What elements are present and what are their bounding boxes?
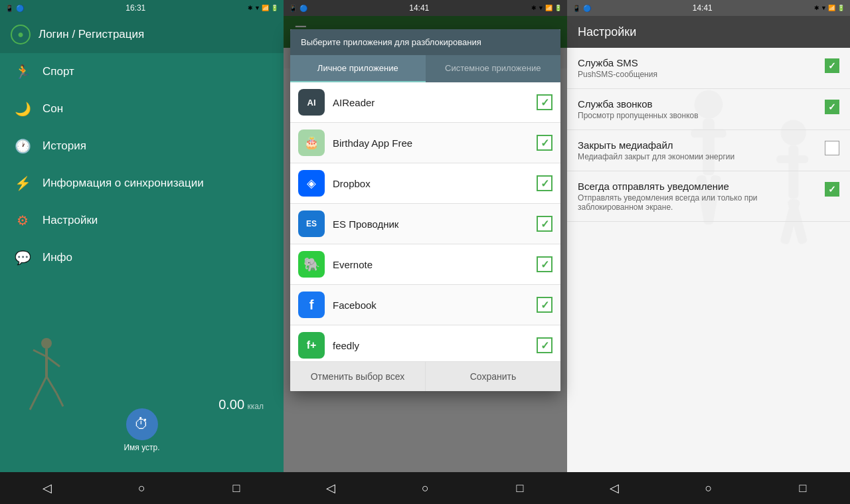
- es-checkbox[interactable]: ✓: [537, 216, 552, 232]
- sync-icon: ⚡: [13, 174, 32, 193]
- info-icon: 💬: [13, 248, 32, 267]
- son-icon: 🌙: [13, 100, 32, 118]
- dropbox-checkbox[interactable]: ✓: [537, 175, 552, 191]
- recent-button-left[interactable]: □: [224, 476, 248, 500]
- sidebar-item-sport[interactable]: 🏃 Спорт: [0, 53, 284, 90]
- facebook-checkbox[interactable]: ✓: [537, 297, 552, 313]
- media-checkbox[interactable]: [825, 141, 839, 155]
- status-icons-middle: ✱ ▼ 📶 🔋: [531, 5, 562, 11]
- status-bar-right: 📱 🔵 14:41 ✱ ▼ 📶 🔋: [567, 0, 850, 16]
- left-header: ● Логин / Регистрация: [0, 16, 284, 53]
- device-section: ⏱ Имя устр.: [124, 408, 159, 452]
- save-button[interactable]: Сохранить: [426, 362, 560, 391]
- setting-media-title: Закрыть медиафайл: [578, 139, 817, 151]
- list-item[interactable]: AI AIReader ✓: [290, 82, 560, 123]
- right-panel: Настройки: [567, 16, 850, 472]
- list-item[interactable]: f+ feedly ✓: [290, 325, 560, 361]
- recent-button-middle[interactable]: □: [508, 476, 532, 500]
- back-button-middle[interactable]: ◁: [319, 476, 343, 500]
- app-name-alreader: AIReader: [333, 97, 537, 108]
- feedly-checkbox[interactable]: ✓: [537, 337, 552, 353]
- status-icons-left: ✱ ▼ 📶 🔋: [248, 5, 278, 11]
- svg-line-4: [37, 377, 46, 396]
- tab-personal[interactable]: Личное приложение: [290, 55, 426, 82]
- dialog-overlay: Выберите приложения для разблокирования …: [284, 16, 567, 472]
- sidebar-label-sync: Информация о синхронизации: [42, 177, 204, 190]
- calls-checkbox[interactable]: ✓: [825, 100, 839, 114]
- setting-sms: Служба SMS PushSMS-сообщения ✓: [567, 48, 850, 89]
- nav-bar-left: ◁ ○ □: [0, 472, 284, 504]
- svg-line-5: [46, 377, 56, 393]
- birthday-checkbox[interactable]: ✓: [537, 135, 552, 151]
- right-header: Настройки: [567, 16, 850, 48]
- calories-value: 0.00: [218, 397, 244, 412]
- app-name-es: ES Проводник: [333, 218, 537, 230]
- list-item[interactable]: 🎂 Birthday App Free ✓: [290, 123, 560, 163]
- sidebar-label-son: Сон: [42, 102, 63, 116]
- settings-content: Служба SMS PushSMS-сообщения ✓ Служба зв…: [567, 48, 850, 472]
- back-button-right[interactable]: ◁: [602, 476, 626, 500]
- notify-checkbox[interactable]: ✓: [825, 182, 839, 197]
- list-item[interactable]: 🐘 Evernote ✓: [290, 244, 560, 285]
- feedly-icon: f+: [298, 332, 325, 359]
- nav-bar-middle: ◁ ○ □: [284, 472, 567, 504]
- evernote-checkbox[interactable]: ✓: [537, 256, 552, 272]
- svg-line-3: [46, 357, 60, 367]
- calories-display: 0.00 ккал: [218, 397, 264, 412]
- app-select-dialog: Выберите приложения для разблокирования …: [290, 29, 560, 391]
- es-icon: ES: [298, 210, 325, 237]
- app-name-dropbox: Dropbox: [333, 178, 537, 189]
- left-panel: ● Логин / Регистрация 🏃 Спорт 🌙 Сон 🕐 Ис…: [0, 16, 284, 472]
- setting-notify-desc: Отправлять уведомления всегда или только…: [578, 193, 817, 212]
- navigation-bars: ◁ ○ □ ◁ ○ □ ◁ ○ □: [0, 472, 850, 504]
- sidebar-item-sync[interactable]: ⚡ Информация о синхронизации: [0, 165, 284, 202]
- home-button-middle[interactable]: ○: [413, 476, 437, 500]
- sms-checkbox[interactable]: ✓: [825, 58, 839, 73]
- status-icons-right: ✱ ▼ 📶 🔋: [814, 5, 845, 11]
- setting-media-desc: Медиафайл закрыт для экономии энергии: [578, 152, 817, 161]
- home-button-right[interactable]: ○: [697, 476, 721, 500]
- sport-icon: 🏃: [13, 62, 32, 81]
- time-left: 16:31: [126, 3, 145, 13]
- sidebar-item-history[interactable]: 🕐 История: [0, 127, 284, 165]
- app-name-evernote: Evernote: [333, 259, 537, 270]
- setting-notify: Всегда отправлять уведомление Отправлять…: [567, 171, 850, 222]
- setting-sms-desc: PushSMS-сообщения: [578, 70, 817, 79]
- tab-system[interactable]: Системное приложение: [426, 55, 561, 82]
- history-icon: 🕐: [13, 137, 32, 155]
- sidebar-item-settings[interactable]: ⚙ Настройки: [0, 202, 284, 239]
- setting-notify-title: Всегда отправлять уведомление: [578, 181, 817, 192]
- list-item[interactable]: f Facebook ✓: [290, 285, 560, 325]
- setting-calls-title: Служба звонков: [578, 98, 817, 110]
- status-bar-left: 📱 🔵 16:31 ✱ ▼ 📶 🔋: [0, 0, 284, 16]
- calories-unit: ккал: [248, 402, 264, 411]
- evernote-icon: 🐘: [298, 251, 325, 278]
- facebook-app-icon: f: [298, 292, 325, 318]
- middle-panel: ☰ Сопряжённы Выберите приложения для раз…: [284, 16, 567, 472]
- birthday-icon: 🎂: [298, 129, 325, 156]
- list-item[interactable]: ES ES Проводник ✓: [290, 204, 560, 244]
- setting-calls: Служба звонков Просмотр пропущенных звон…: [567, 89, 850, 130]
- recent-button-right[interactable]: □: [791, 476, 815, 500]
- cancel-all-button[interactable]: Отменить выбор всех: [290, 362, 426, 391]
- svg-line-7: [30, 396, 37, 410]
- nav-bar-right: ◁ ○ □: [567, 472, 850, 504]
- right-title: Настройки: [578, 25, 636, 39]
- list-item[interactable]: ◈ Dropbox ✓: [290, 163, 560, 204]
- back-button-left[interactable]: ◁: [35, 476, 59, 500]
- device-label: Имя устр.: [124, 443, 159, 452]
- home-button-left[interactable]: ○: [129, 476, 153, 500]
- time-right: 14:41: [693, 3, 713, 13]
- status-bar-middle: 📱 🔵 14:41 ✱ ▼ 📶 🔋: [284, 0, 567, 16]
- setting-calls-desc: Просмотр пропущенных звонков: [578, 111, 817, 120]
- app-list: AI AIReader ✓ 🎂 Birthday App Free ✓ ◈ Dr…: [290, 82, 560, 361]
- sidebar-item-son[interactable]: 🌙 Сон: [0, 90, 284, 127]
- sidebar-label-history: История: [42, 139, 86, 153]
- setting-sms-title: Служба SMS: [578, 57, 817, 68]
- app-name-feedly: feedly: [333, 340, 537, 351]
- sidebar-item-info[interactable]: 💬 Инфо: [0, 239, 284, 276]
- alreader-checkbox[interactable]: ✓: [537, 94, 552, 110]
- sidebar-label-sport: Спорт: [42, 65, 74, 78]
- dialog-buttons: Отменить выбор всех Сохранить: [290, 361, 560, 391]
- alreader-icon: AI: [298, 89, 325, 116]
